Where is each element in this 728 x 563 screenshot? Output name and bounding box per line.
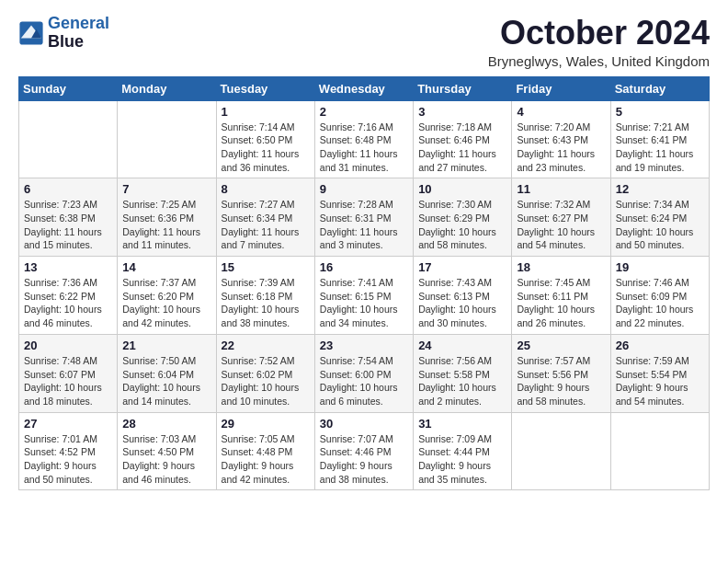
calendar-header-row: SundayMondayTuesdayWednesdayThursdayFrid… <box>19 76 710 100</box>
day-header-saturday: Saturday <box>610 76 709 100</box>
title-block: October 2024 Bryneglwys, Wales, United K… <box>488 15 710 69</box>
calendar-cell <box>610 412 709 490</box>
day-info: Sunrise: 7:41 AM Sunset: 6:15 PM Dayligh… <box>320 276 408 330</box>
day-number: 20 <box>24 339 112 352</box>
day-info: Sunrise: 7:16 AM Sunset: 6:48 PM Dayligh… <box>320 121 408 175</box>
day-header-tuesday: Tuesday <box>216 76 314 100</box>
day-header-sunday: Sunday <box>19 76 118 100</box>
calendar-cell: 26Sunrise: 7:59 AM Sunset: 5:54 PM Dayli… <box>610 334 709 412</box>
day-info: Sunrise: 7:52 AM Sunset: 6:02 PM Dayligh… <box>222 354 310 408</box>
logo-icon <box>18 20 44 46</box>
calendar-cell: 22Sunrise: 7:52 AM Sunset: 6:02 PM Dayli… <box>216 334 314 412</box>
day-info: Sunrise: 7:45 AM Sunset: 6:11 PM Dayligh… <box>517 276 605 330</box>
day-number: 23 <box>320 339 408 352</box>
calendar-cell <box>118 100 216 178</box>
calendar-cell: 2Sunrise: 7:16 AM Sunset: 6:48 PM Daylig… <box>314 100 413 178</box>
day-number: 18 <box>517 260 605 274</box>
day-info: Sunrise: 7:25 AM Sunset: 6:36 PM Dayligh… <box>122 198 210 252</box>
day-info: Sunrise: 7:01 AM Sunset: 4:52 PM Dayligh… <box>24 432 112 487</box>
day-number: 16 <box>320 260 408 274</box>
calendar-cell: 19Sunrise: 7:46 AM Sunset: 6:09 PM Dayli… <box>610 257 709 335</box>
day-info: Sunrise: 7:30 AM Sunset: 6:29 PM Dayligh… <box>418 198 506 252</box>
calendar-cell: 21Sunrise: 7:50 AM Sunset: 6:04 PM Dayli… <box>118 334 216 412</box>
page-header: General Blue October 2024 Bryneglwys, Wa… <box>18 15 710 69</box>
calendar-cell: 16Sunrise: 7:41 AM Sunset: 6:15 PM Dayli… <box>314 257 413 335</box>
day-info: Sunrise: 7:07 AM Sunset: 4:46 PM Dayligh… <box>320 432 408 487</box>
calendar-cell: 14Sunrise: 7:37 AM Sunset: 6:20 PM Dayli… <box>118 257 216 335</box>
calendar-cell: 7Sunrise: 7:25 AM Sunset: 6:36 PM Daylig… <box>118 178 216 257</box>
logo-text: General Blue <box>48 15 109 52</box>
calendar-cell: 30Sunrise: 7:07 AM Sunset: 4:46 PM Dayli… <box>314 412 413 490</box>
day-info: Sunrise: 7:54 AM Sunset: 6:00 PM Dayligh… <box>320 354 408 408</box>
day-header-thursday: Thursday <box>414 76 512 100</box>
calendar-cell: 11Sunrise: 7:32 AM Sunset: 6:27 PM Dayli… <box>512 178 610 257</box>
day-number: 25 <box>517 339 605 352</box>
day-info: Sunrise: 7:34 AM Sunset: 6:24 PM Dayligh… <box>616 198 704 252</box>
calendar-cell: 17Sunrise: 7:43 AM Sunset: 6:13 PM Dayli… <box>414 257 512 335</box>
calendar-cell: 5Sunrise: 7:21 AM Sunset: 6:41 PM Daylig… <box>610 100 709 178</box>
day-info: Sunrise: 7:39 AM Sunset: 6:18 PM Dayligh… <box>222 276 310 330</box>
day-number: 19 <box>616 260 704 274</box>
day-number: 6 <box>24 182 112 196</box>
day-info: Sunrise: 7:05 AM Sunset: 4:48 PM Dayligh… <box>222 432 310 487</box>
day-number: 8 <box>222 182 310 196</box>
day-info: Sunrise: 7:50 AM Sunset: 6:04 PM Dayligh… <box>122 354 210 408</box>
day-info: Sunrise: 7:20 AM Sunset: 6:43 PM Dayligh… <box>517 121 605 175</box>
day-info: Sunrise: 7:37 AM Sunset: 6:20 PM Dayligh… <box>122 276 210 330</box>
day-number: 11 <box>517 182 605 196</box>
day-number: 30 <box>320 417 408 431</box>
calendar-cell: 10Sunrise: 7:30 AM Sunset: 6:29 PM Dayli… <box>414 178 512 257</box>
day-info: Sunrise: 7:59 AM Sunset: 5:54 PM Dayligh… <box>616 354 704 408</box>
calendar-table: SundayMondayTuesdayWednesdayThursdayFrid… <box>18 76 710 491</box>
day-info: Sunrise: 7:57 AM Sunset: 5:56 PM Dayligh… <box>517 354 605 408</box>
calendar-cell: 25Sunrise: 7:57 AM Sunset: 5:56 PM Dayli… <box>512 334 610 412</box>
calendar-week-3: 13Sunrise: 7:36 AM Sunset: 6:22 PM Dayli… <box>19 257 710 335</box>
calendar-cell: 13Sunrise: 7:36 AM Sunset: 6:22 PM Dayli… <box>19 257 118 335</box>
day-number: 13 <box>24 260 112 274</box>
day-number: 15 <box>222 260 310 274</box>
calendar-cell: 4Sunrise: 7:20 AM Sunset: 6:43 PM Daylig… <box>512 100 610 178</box>
day-info: Sunrise: 7:21 AM Sunset: 6:41 PM Dayligh… <box>616 121 704 175</box>
calendar-cell <box>512 412 610 490</box>
day-number: 21 <box>122 339 210 352</box>
day-number: 14 <box>122 260 210 274</box>
day-info: Sunrise: 7:14 AM Sunset: 6:50 PM Dayligh… <box>222 121 310 175</box>
calendar-cell: 1Sunrise: 7:14 AM Sunset: 6:50 PM Daylig… <box>216 100 314 178</box>
day-info: Sunrise: 7:46 AM Sunset: 6:09 PM Dayligh… <box>616 276 704 330</box>
day-number: 5 <box>616 105 704 119</box>
day-number: 9 <box>320 182 408 196</box>
day-number: 12 <box>616 182 704 196</box>
calendar-cell: 12Sunrise: 7:34 AM Sunset: 6:24 PM Dayli… <box>610 178 709 257</box>
calendar-cell: 24Sunrise: 7:56 AM Sunset: 5:58 PM Dayli… <box>414 334 512 412</box>
location: Bryneglwys, Wales, United Kingdom <box>488 53 710 69</box>
day-number: 17 <box>418 260 506 274</box>
calendar-cell: 31Sunrise: 7:09 AM Sunset: 4:44 PM Dayli… <box>414 412 512 490</box>
day-info: Sunrise: 7:18 AM Sunset: 6:46 PM Dayligh… <box>418 121 506 175</box>
day-number: 29 <box>222 417 310 431</box>
calendar-week-2: 6Sunrise: 7:23 AM Sunset: 6:38 PM Daylig… <box>19 178 710 257</box>
day-number: 31 <box>418 417 506 431</box>
calendar-week-5: 27Sunrise: 7:01 AM Sunset: 4:52 PM Dayli… <box>19 412 710 490</box>
calendar-cell: 29Sunrise: 7:05 AM Sunset: 4:48 PM Dayli… <box>216 412 314 490</box>
calendar-cell: 20Sunrise: 7:48 AM Sunset: 6:07 PM Dayli… <box>19 334 118 412</box>
day-info: Sunrise: 7:27 AM Sunset: 6:34 PM Dayligh… <box>222 198 310 252</box>
day-number: 3 <box>418 105 506 119</box>
day-number: 10 <box>418 182 506 196</box>
day-number: 27 <box>24 417 112 431</box>
calendar-cell <box>19 100 118 178</box>
calendar-cell: 6Sunrise: 7:23 AM Sunset: 6:38 PM Daylig… <box>19 178 118 257</box>
calendar-cell: 3Sunrise: 7:18 AM Sunset: 6:46 PM Daylig… <box>414 100 512 178</box>
day-number: 22 <box>222 339 310 352</box>
calendar-cell: 27Sunrise: 7:01 AM Sunset: 4:52 PM Dayli… <box>19 412 118 490</box>
day-number: 4 <box>517 105 605 119</box>
month-title: October 2024 <box>488 15 710 52</box>
logo: General Blue <box>18 15 109 52</box>
day-number: 7 <box>122 182 210 196</box>
day-number: 2 <box>320 105 408 119</box>
day-info: Sunrise: 7:03 AM Sunset: 4:50 PM Dayligh… <box>122 432 210 487</box>
calendar-week-4: 20Sunrise: 7:48 AM Sunset: 6:07 PM Dayli… <box>19 334 710 412</box>
day-info: Sunrise: 7:23 AM Sunset: 6:38 PM Dayligh… <box>24 198 112 252</box>
calendar-cell: 15Sunrise: 7:39 AM Sunset: 6:18 PM Dayli… <box>216 257 314 335</box>
calendar-cell: 9Sunrise: 7:28 AM Sunset: 6:31 PM Daylig… <box>314 178 413 257</box>
day-info: Sunrise: 7:32 AM Sunset: 6:27 PM Dayligh… <box>517 198 605 252</box>
